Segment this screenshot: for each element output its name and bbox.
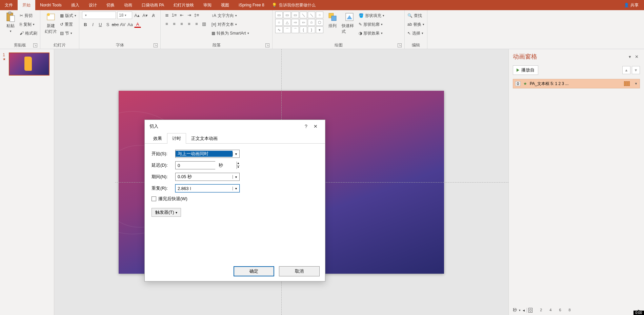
- rewind-checkbox[interactable]: 播完后快退(W): [152, 196, 187, 202]
- shadow-icon[interactable]: S: [104, 21, 111, 28]
- arrange-button[interactable]: 排列: [325, 12, 340, 29]
- shapes-gallery[interactable]: ▭▭▭＼＼○ ○△⇨⇦☆⬡ ∿⌒⌒{}▾: [275, 12, 323, 33]
- justify-icon[interactable]: ≡: [186, 20, 193, 27]
- shape-effects-button[interactable]: ◑形状效果▾: [359, 29, 384, 37]
- shape-rect2[interactable]: ▭: [283, 12, 291, 18]
- shape-tri[interactable]: △: [283, 19, 291, 26]
- shape-outline-button[interactable]: ✎形状轮廓▾: [359, 20, 384, 28]
- drawing-launcher[interactable]: ↘: [398, 43, 402, 47]
- tab-animation[interactable]: 动画: [119, 0, 137, 10]
- increase-indent-icon[interactable]: ⇥: [186, 12, 193, 18]
- dialog-help-button[interactable]: ?: [301, 122, 311, 131]
- dialog-tab-text-anim[interactable]: 正文文本动画: [186, 133, 223, 144]
- new-slide-button[interactable]: 新建 幻灯片: [43, 12, 59, 35]
- chevron-down-icon[interactable]: ▾: [233, 187, 239, 190]
- trigger-button[interactable]: 触发器(T) ▾: [152, 208, 181, 217]
- delay-spinner[interactable]: ▲▼: [175, 161, 215, 169]
- tab-view[interactable]: 视图: [216, 0, 234, 10]
- tab-nordri[interactable]: Nordri Tools: [35, 0, 66, 10]
- paragraph-launcher[interactable]: ↘: [265, 43, 269, 47]
- find-button[interactable]: 🔍查找: [407, 12, 424, 20]
- change-case-icon[interactable]: Aa: [127, 21, 134, 28]
- tab-ispring[interactable]: iSpring Free 8: [234, 0, 269, 10]
- tell-me[interactable]: 💡 告诉我你想要做什么: [272, 2, 316, 8]
- shape-rect3[interactable]: ▭: [291, 12, 299, 18]
- font-launcher[interactable]: ↘: [154, 43, 158, 47]
- shape-line[interactable]: ＼: [300, 12, 307, 18]
- cancel-button[interactable]: 取消: [279, 266, 320, 276]
- chevron-down-icon[interactable]: ▾: [233, 152, 239, 156]
- distribute-icon[interactable]: ≡: [193, 20, 200, 27]
- italic-icon[interactable]: I: [89, 21, 96, 28]
- font-color-icon[interactable]: A: [134, 21, 141, 28]
- share-button[interactable]: 👤 共享: [619, 2, 644, 8]
- shape-arrow[interactable]: ⇨: [291, 19, 299, 26]
- pane-options-icon[interactable]: ▾: [626, 53, 633, 60]
- tab-transition[interactable]: 切换: [102, 0, 119, 10]
- select-button[interactable]: ↖选择▾: [407, 29, 424, 37]
- thumb-1[interactable]: 1 ★: [3, 52, 51, 76]
- align-left-icon[interactable]: ≡: [163, 20, 170, 27]
- reset-button[interactable]: ↺重置: [60, 20, 76, 28]
- tab-review[interactable]: 审阅: [199, 0, 216, 10]
- font-family-combo[interactable]: ▾: [82, 12, 116, 19]
- repeat-combo[interactable]: 2.863 I ▾: [175, 184, 240, 192]
- layout-button[interactable]: ▦版式▾: [60, 12, 76, 20]
- shape-brace2[interactable]: }: [308, 26, 315, 33]
- convert-smartart-button[interactable]: ▦转换为 SmartArt▾: [212, 29, 249, 37]
- bold-icon[interactable]: B: [82, 21, 89, 28]
- tab-slideshow[interactable]: 幻灯片放映: [169, 0, 199, 10]
- replace-button[interactable]: ab替换▾: [407, 20, 424, 28]
- shape-arrow2[interactable]: ⇦: [300, 19, 307, 26]
- copy-button[interactable]: ⎘复制▾: [20, 20, 37, 28]
- shape-more[interactable]: ▾: [316, 26, 323, 33]
- section-button[interactable]: ▤节▾: [60, 29, 76, 37]
- strike-icon[interactable]: abc: [112, 21, 119, 28]
- clear-format-icon[interactable]: A̷: [150, 12, 157, 19]
- tab-pocket-anim[interactable]: 口袋动画 PA: [137, 0, 169, 10]
- shape-oval[interactable]: ○: [316, 12, 323, 18]
- align-center-icon[interactable]: ≡: [171, 20, 178, 27]
- shape-curve[interactable]: ∿: [275, 26, 283, 33]
- tab-insert[interactable]: 插入: [66, 0, 84, 10]
- align-right-icon[interactable]: ≡: [178, 20, 185, 27]
- cut-button[interactable]: ✂剪切: [20, 12, 37, 20]
- quick-styles-button[interactable]: 快速样式: [342, 12, 357, 35]
- shape-oval2[interactable]: ○: [275, 19, 283, 26]
- line-spacing-icon[interactable]: ‡≡: [193, 12, 200, 18]
- timeline-prev-icon[interactable]: ◂: [523, 308, 525, 313]
- underline-icon[interactable]: U: [97, 21, 104, 28]
- ok-button[interactable]: 确定: [234, 266, 274, 276]
- play-from-button[interactable]: 播放自: [513, 65, 538, 75]
- shape-curve2[interactable]: ⌒: [283, 26, 291, 33]
- tab-file[interactable]: 文件: [0, 0, 18, 10]
- duration-select[interactable]: 0.05 秒 ▾: [175, 173, 240, 181]
- start-select[interactable]: 与上一动画同时 ▾: [175, 150, 240, 158]
- reorder-down-button[interactable]: ▼: [632, 66, 640, 74]
- tab-home[interactable]: 开始: [18, 0, 35, 10]
- font-size-combo[interactable]: 18▾: [117, 12, 132, 19]
- shape-hex[interactable]: ⬡: [316, 19, 323, 26]
- align-text-button[interactable]: [≡]对齐文本▾: [212, 20, 249, 28]
- delay-down[interactable]: ▼: [237, 166, 240, 169]
- delay-input[interactable]: [176, 162, 237, 169]
- dialog-tab-effect[interactable]: 效果: [148, 133, 167, 144]
- clipboard-launcher[interactable]: ↘: [33, 43, 37, 47]
- format-painter-button[interactable]: 🖌格式刷: [20, 29, 37, 37]
- dialog-tab-timing[interactable]: 计时: [167, 133, 186, 144]
- decrease-font-icon[interactable]: A▾: [142, 12, 148, 19]
- numbering-icon[interactable]: 1≡: [171, 12, 178, 18]
- dialog-close-button[interactable]: ✕: [311, 122, 320, 131]
- chevron-down-icon[interactable]: ▾: [233, 175, 239, 179]
- shape-brace[interactable]: {: [300, 26, 307, 33]
- shape-line2[interactable]: ＼: [308, 12, 315, 18]
- decrease-indent-icon[interactable]: ⇤: [178, 12, 185, 18]
- pane-close-icon[interactable]: ✕: [633, 53, 640, 60]
- increase-font-icon[interactable]: A▴: [134, 12, 140, 19]
- animation-item[interactable]: 0 ★ PA_文本框 5: 1 2 3 ... ▼: [513, 79, 640, 88]
- shape-fill-button[interactable]: 🪣形状填充▾: [359, 12, 384, 20]
- delay-up[interactable]: ▲: [237, 162, 240, 166]
- text-direction-button[interactable]: ↕A文字方向▾: [212, 12, 249, 20]
- anim-item-dropdown-icon[interactable]: ▼: [635, 82, 638, 85]
- shape-rect[interactable]: ▭: [275, 12, 283, 18]
